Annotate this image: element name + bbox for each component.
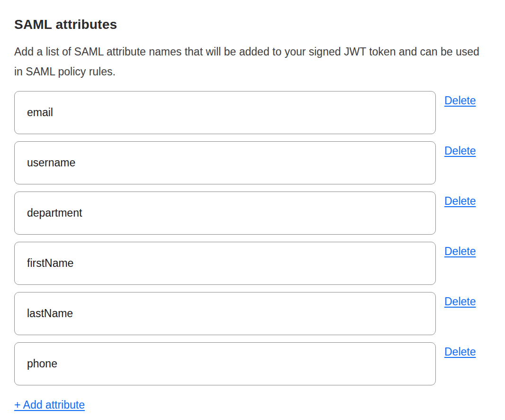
- attribute-input-email[interactable]: [14, 91, 436, 134]
- attribute-input-phone[interactable]: [14, 342, 436, 385]
- delete-link-email[interactable]: Delete: [444, 94, 476, 107]
- attribute-row: Delete: [14, 192, 491, 235]
- saml-attributes-panel: SAML attributes Add a list of SAML attri…: [0, 0, 505, 420]
- attribute-row: Delete: [14, 292, 491, 335]
- attribute-row: Delete: [14, 91, 491, 134]
- delete-link-username[interactable]: Delete: [444, 145, 476, 157]
- attribute-row: Delete: [14, 242, 491, 285]
- attribute-input-department[interactable]: [14, 192, 436, 235]
- section-description: Add a list of SAML attribute names that …: [14, 42, 483, 82]
- attribute-row: Delete: [14, 141, 491, 184]
- delete-link-department[interactable]: Delete: [444, 195, 476, 208]
- delete-link-phone[interactable]: Delete: [444, 346, 476, 358]
- delete-link-lastName[interactable]: Delete: [444, 295, 476, 308]
- add-attribute-link[interactable]: + Add attribute: [14, 399, 85, 411]
- delete-link-firstName[interactable]: Delete: [444, 245, 476, 258]
- attribute-input-lastName[interactable]: [14, 292, 436, 335]
- attribute-input-username[interactable]: [14, 141, 436, 184]
- attribute-list: Delete Delete Delete Delete Delete Delet…: [14, 91, 491, 385]
- attribute-row: Delete: [14, 342, 491, 385]
- section-title: SAML attributes: [14, 17, 491, 32]
- attribute-input-firstName[interactable]: [14, 242, 436, 285]
